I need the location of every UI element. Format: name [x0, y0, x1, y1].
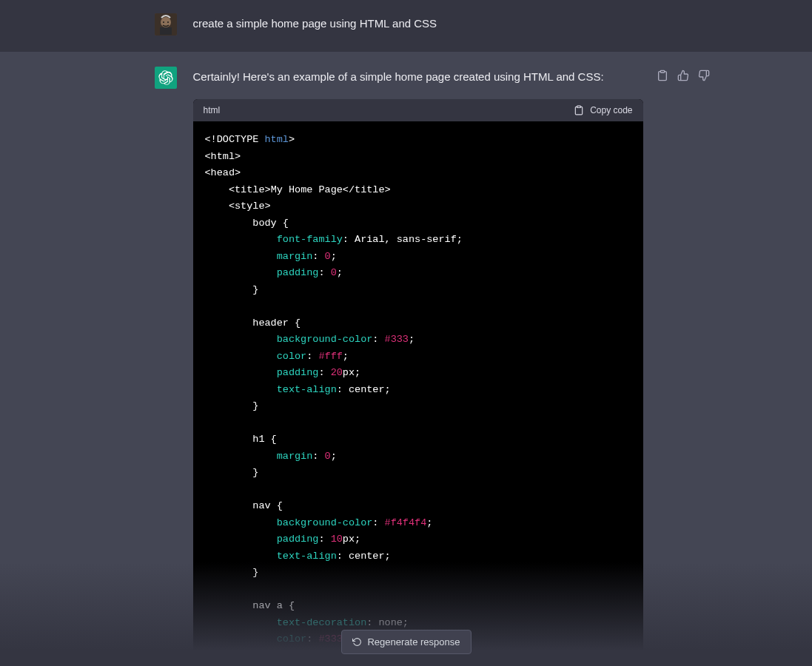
clipboard-icon [574, 105, 584, 115]
code-content[interactable]: <!DOCTYPE html> <html> <head> <title>My … [193, 121, 643, 665]
thumbs-down-icon [698, 70, 710, 81]
code-lang-label: html [204, 105, 221, 115]
assistant-intro-text: Certainly! Here's an example of a simple… [193, 67, 643, 86]
clipboard-icon [657, 70, 668, 81]
assistant-message-row: Certainly! Here's an example of a simple… [0, 52, 812, 665]
assistant-avatar [155, 67, 177, 89]
svg-rect-6 [660, 70, 664, 73]
message-actions [655, 68, 711, 83]
thumbs-up-icon [677, 70, 689, 81]
copy-code-button[interactable]: Copy code [574, 105, 632, 115]
user-message-row: create a simple home page using HTML and… [0, 0, 812, 52]
copy-message-button[interactable] [655, 68, 670, 83]
user-message-text: create a simple home page using HTML and… [193, 13, 437, 36]
svg-point-4 [167, 21, 169, 23]
refresh-icon [352, 637, 361, 647]
svg-rect-5 [577, 106, 581, 107]
thumbs-down-button[interactable] [697, 68, 711, 83]
svg-point-3 [163, 21, 164, 23]
copy-code-label: Copy code [590, 105, 632, 115]
code-block: html Copy code <!DOCTYPE html> <html> <h… [193, 99, 643, 665]
thumbs-up-button[interactable] [676, 68, 691, 83]
svg-rect-2 [160, 27, 172, 35]
code-block-header: html Copy code [193, 99, 643, 121]
user-avatar [155, 13, 177, 36]
regenerate-button[interactable]: Regenerate response [340, 630, 471, 654]
regenerate-label: Regenerate response [367, 636, 460, 648]
